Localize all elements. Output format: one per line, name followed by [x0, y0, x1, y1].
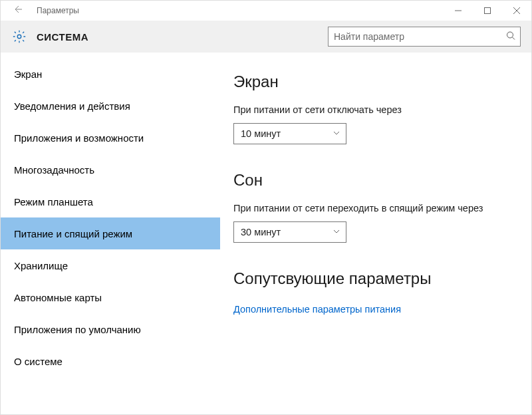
search-icon — [506, 31, 515, 43]
screen-off-label: При питании от сети отключать через — [233, 104, 515, 115]
svg-point-4 — [17, 35, 21, 39]
svg-rect-1 — [485, 8, 491, 14]
sleep-after-select[interactable]: 30 минут — [233, 221, 346, 243]
search-wrap — [328, 27, 521, 47]
sidebar-item-label: Автономные карты — [14, 292, 102, 303]
section-sleep: Сон При питании от сети переходить в спя… — [233, 171, 515, 243]
section-heading-sleep: Сон — [233, 171, 515, 190]
sidebar: Экран Уведомления и действия Приложения … — [1, 53, 220, 414]
chevron-down-icon — [332, 227, 340, 237]
sidebar-item-label: Приложения и возможности — [14, 132, 144, 144]
section-display: Экран При питании от сети отключать чере… — [233, 72, 515, 144]
sidebar-item-multitasking[interactable]: Многозадачность — [1, 154, 220, 186]
maximize-icon — [484, 7, 491, 14]
gear-icon — [11, 29, 27, 45]
sleep-after-value: 30 минут — [241, 227, 281, 237]
close-icon — [513, 7, 520, 14]
screen-off-select[interactable]: 10 минут — [233, 123, 346, 144]
sidebar-item-about[interactable]: О системе — [1, 345, 220, 377]
main-content: Экран При питании от сети отключать чере… — [220, 53, 531, 414]
sidebar-item-label: Питание и спящий режим — [14, 228, 132, 239]
sidebar-item-display[interactable]: Экран — [1, 58, 220, 90]
sidebar-item-label: Хранилище — [14, 260, 68, 271]
maximize-button[interactable] — [473, 1, 502, 21]
section-related: Сопутсвующие параметры Дополнительные па… — [233, 269, 515, 317]
category-title: СИСТЕМА — [37, 31, 88, 43]
header-bar: СИСТЕМА — [1, 21, 531, 53]
close-button[interactable] — [502, 1, 531, 21]
chevron-down-icon — [332, 128, 340, 139]
settings-window: Параметры — [0, 0, 532, 415]
sidebar-item-tablet-mode[interactable]: Режим планшета — [1, 186, 220, 217]
sleep-after-label: При питании от сети переходить в спящий … — [233, 203, 515, 213]
minimize-icon — [455, 7, 462, 14]
arrow-left-icon — [12, 4, 23, 17]
search-input[interactable] — [328, 27, 521, 47]
sidebar-item-label: О системе — [14, 356, 63, 367]
svg-point-5 — [507, 32, 513, 38]
section-heading-screen: Экран — [233, 72, 515, 91]
additional-power-settings-link[interactable]: Дополнительные параметры питания — [233, 301, 401, 317]
section-heading-related: Сопутсвующие параметры — [233, 269, 515, 288]
minimize-button[interactable] — [444, 1, 473, 21]
sidebar-item-label: Уведомления и действия — [14, 100, 130, 112]
titlebar-left: Параметры — [1, 1, 79, 21]
back-button[interactable] — [7, 1, 27, 21]
screen-off-value: 10 минут — [241, 128, 281, 139]
sidebar-item-default-apps[interactable]: Приложения по умолчанию — [1, 313, 220, 345]
sidebar-item-label: Приложения по умолчанию — [14, 324, 141, 335]
sidebar-item-notifications[interactable]: Уведомления и действия — [1, 90, 220, 122]
sidebar-item-label: Режим планшета — [14, 196, 93, 208]
window-controls — [444, 1, 531, 21]
window-title: Параметры — [27, 6, 79, 15]
sidebar-item-label: Многозадачность — [14, 164, 94, 176]
sidebar-item-offline-maps[interactable]: Автономные карты — [1, 281, 220, 313]
body: Экран Уведомления и действия Приложения … — [1, 53, 531, 414]
sidebar-item-power-sleep[interactable]: Питание и спящий режим — [1, 217, 220, 249]
svg-line-6 — [513, 37, 515, 40]
sidebar-item-storage[interactable]: Хранилище — [1, 249, 220, 281]
sidebar-item-apps-features[interactable]: Приложения и возможности — [1, 122, 220, 154]
sidebar-item-label: Экран — [14, 69, 42, 80]
titlebar: Параметры — [1, 1, 531, 21]
